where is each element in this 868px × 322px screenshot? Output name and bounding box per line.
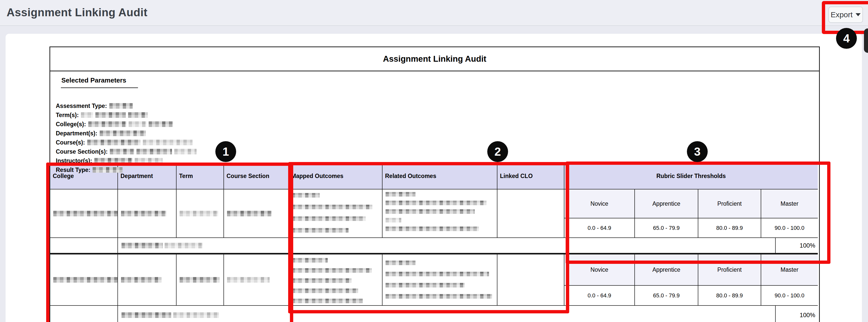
selected-parameters-heading: Selected Parameters [61,77,138,88]
summary-percent-cell: 100% [775,238,818,253]
row1-related-outcomes-cell [382,189,497,238]
row2-rubric-range-novice: 0.0 - 64.9 [564,286,635,306]
page-title: Assignment Linking Audit [7,6,147,19]
redacted-value [53,211,118,216]
caret-down-icon [856,13,861,16]
redacted-value [109,103,133,109]
row1-rubric-range-apprentice: 65.0 - 79.9 [635,218,698,238]
row1-term-cell [177,189,224,238]
summary-assignment-cell [118,306,775,322]
param-label: Course(s): [56,139,85,146]
redacted-value [122,243,163,248]
param-label: College(s): [56,121,86,128]
redacted-value [95,112,126,118]
scrollbar-thumb[interactable] [864,28,868,53]
export-button-label: Export [831,10,853,19]
redacted-line [385,261,415,265]
row1-rubric-level-proficient: Proficient [698,189,761,218]
param-colleges: College(s): [56,120,196,129]
parameter-list: Assessment Type: Term(s): College(s): D [56,101,196,174]
redacted-value [81,112,93,118]
param-label: Course Section(s): [56,148,107,155]
row1-course-section-cell [224,189,289,238]
redacted-line [292,228,348,233]
annotation-badge-2: 2 [487,141,508,162]
redacted-line [385,227,479,231]
row1-rubric-range-novice: 0.0 - 64.9 [564,218,635,238]
redacted-line [292,299,363,303]
row2-rubric-range-proficient: 80.0 - 89.9 [698,286,761,306]
redacted-line [292,193,319,198]
param-label: Department(s): [56,130,97,137]
redacted-value [87,140,141,145]
redacted-value [121,211,166,216]
redacted-line [385,294,492,299]
row1-rubric-level-apprentice: Apprentice [635,189,698,218]
redacted-line [385,209,475,214]
row1-rubric-range-proficient: 80.0 - 89.9 [698,218,761,238]
annotation-badge-3: 3 [687,141,708,162]
param-label: Result Type: [56,167,90,173]
redacted-value [149,121,173,127]
redacted-value [100,130,146,136]
param-label: Assessment Type: [56,103,107,110]
redacted-line [385,192,415,197]
redacted-value [174,149,196,154]
row2-rubric-level-novice: Novice [564,255,635,286]
redacted-line [385,201,487,205]
row1-mapped-outcomes-cell [289,189,382,238]
redacted-line [385,218,401,223]
redacted-value [135,158,163,164]
redacted-line [292,216,366,221]
row2-rubric-range-apprentice: 65.0 - 79.9 [635,286,698,306]
redacted-value [93,167,123,173]
column-header-course-section: Course Section [224,163,289,189]
row1-rubric-range-master: 90.0 - 100.0 [761,218,818,238]
row2-course-section-cell [224,255,289,306]
summary-assignment-cell [118,238,775,253]
redacted-value [94,158,132,164]
summary-empty-cell [50,238,118,253]
row1-summary-row: 100% [50,238,818,255]
redacted-line [292,205,372,209]
redacted-value [180,277,220,283]
column-header-rubric-thresholds: Rubric Slider Thresholds [564,163,818,189]
row2-linked-clo-cell [497,255,564,306]
report-title: Assignment Linking Audit [50,47,819,71]
redacted-line [385,283,465,288]
column-header-linked-clo: Linked CLO [497,163,564,189]
redacted-value [143,140,192,145]
param-terms: Term(s): [56,111,196,120]
redacted-value [180,211,218,216]
redacted-line [292,258,328,263]
page-header: Assignment Linking Audit Export [0,0,868,26]
redacted-value [129,121,146,127]
redacted-value [128,112,148,118]
redacted-line [292,268,372,273]
summary-percent-cell: 100% [775,306,818,322]
row2-term-cell [177,255,224,306]
redacted-value [136,149,172,154]
param-assessment-type: Assessment Type: [56,101,196,111]
screen: Assignment Linking Audit Export Assignme… [0,0,868,322]
row1-rubric-level-master: Master [761,189,818,218]
report-container: Assignment Linking Audit Selected Parame… [50,47,820,322]
export-button[interactable]: Export [829,7,863,23]
redacted-value [122,312,171,318]
row2-mapped-outcomes-cell [289,255,382,306]
redacted-value [165,243,203,248]
row2-rubric-range-master: 90.0 - 100.0 [761,286,818,306]
param-result-type: Result Type: [56,165,196,174]
param-label: Term(s): [56,112,79,119]
annotation-badge-1: 1 [215,141,236,162]
param-instructors: Instructor(s): [56,156,196,165]
row2-summary-row: 100% [50,306,818,322]
row1-college-cell [50,189,118,238]
row2-rubric-level-proficient: Proficient [698,255,761,286]
row1-department-cell [118,189,177,238]
row2-college-cell [50,255,118,306]
redacted-line [292,278,351,283]
param-departments: Department(s): [56,129,196,138]
redacted-value [110,149,134,154]
annotation-badge-4: 4 [836,28,857,49]
